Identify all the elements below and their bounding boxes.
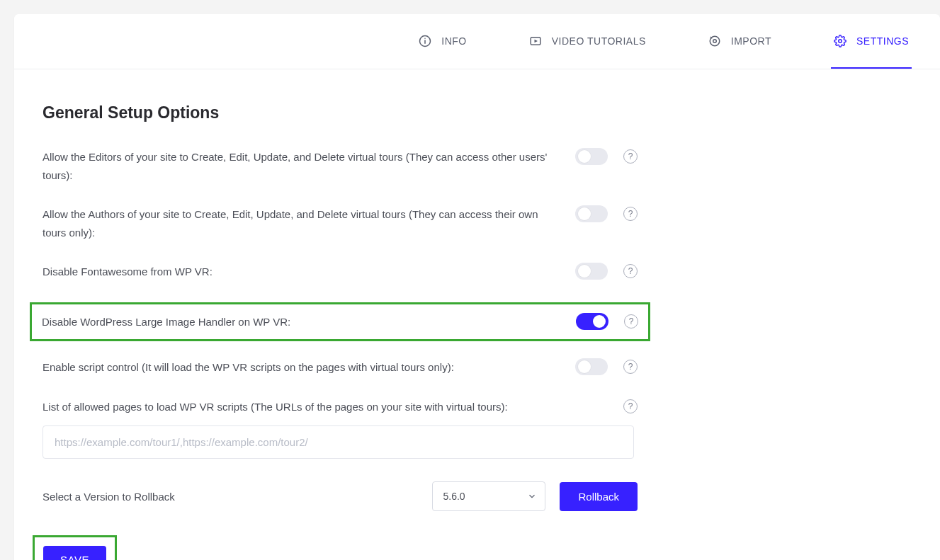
tab-label: SETTINGS <box>856 35 909 47</box>
toggle-fontawesome[interactable] <box>575 263 608 280</box>
video-icon <box>529 35 542 47</box>
svg-point-2 <box>425 38 426 39</box>
allowed-pages-section: List of allowed pages to load WP VR scri… <box>43 398 638 459</box>
tab-import[interactable]: IMPORT <box>706 14 774 69</box>
option-authors-label: Allow the Authors of your site to Create… <box>43 205 560 241</box>
tab-info[interactable]: INFO <box>416 14 469 69</box>
help-icon[interactable]: ? <box>623 264 638 278</box>
toggle-largeimg[interactable] <box>576 313 608 330</box>
rollback-row: Select a Version to Rollback 5.6.0 Rollb… <box>43 481 638 511</box>
import-icon <box>708 35 721 47</box>
tab-bar: INFO VIDEO TUTORIALS IMPORT <box>14 14 940 69</box>
svg-marker-4 <box>534 39 538 42</box>
rollback-button[interactable]: Rollback <box>560 482 638 511</box>
allowed-pages-label: List of allowed pages to load WP VR scri… <box>43 398 608 416</box>
gear-icon <box>834 35 846 47</box>
option-scriptctrl-label: Enable script control (It will load the … <box>43 358 560 377</box>
settings-content: General Setup Options Allow the Editors … <box>14 69 666 560</box>
option-editors-label: Allow the Editors of your site to Create… <box>43 148 560 184</box>
option-editors-row: Allow the Editors of your site to Create… <box>43 148 638 184</box>
option-largeimg-label: Disable WordPress Large Image Handler on… <box>42 313 560 331</box>
tab-label: INFO <box>441 35 466 47</box>
help-icon[interactable]: ? <box>623 399 638 413</box>
help-icon[interactable]: ? <box>623 360 638 374</box>
version-select[interactable]: 5.6.0 <box>432 481 545 511</box>
toggle-authors[interactable] <box>575 205 608 222</box>
settings-panel: INFO VIDEO TUTORIALS IMPORT <box>14 14 940 560</box>
tab-label: IMPORT <box>731 35 771 47</box>
option-fontawesome-label: Disable Fontawesome from WP VR: <box>43 263 560 281</box>
option-scriptctrl-row: Enable script control (It will load the … <box>43 358 638 377</box>
allowed-pages-input[interactable] <box>43 425 634 459</box>
help-icon[interactable]: ? <box>623 149 638 164</box>
save-button[interactable]: SAVE <box>43 546 106 560</box>
option-authors-row: Allow the Authors of your site to Create… <box>43 205 638 241</box>
toggle-scriptctrl[interactable] <box>575 358 608 375</box>
svg-point-6 <box>713 39 717 42</box>
page-title: General Setup Options <box>43 103 638 122</box>
version-select-wrap: 5.6.0 <box>432 481 545 511</box>
option-largeimg-row: Disable WordPress Large Image Handler on… <box>30 302 650 342</box>
option-fontawesome-row: Disable Fontawesome from WP VR: ? <box>43 263 638 281</box>
info-icon <box>419 35 431 47</box>
help-icon[interactable]: ? <box>623 207 638 221</box>
tab-settings[interactable]: SETTINGS <box>831 14 912 69</box>
tab-label: VIDEO TUTORIALS <box>552 35 646 47</box>
tab-video-tutorials[interactable]: VIDEO TUTORIALS <box>526 14 649 69</box>
help-icon[interactable]: ? <box>624 314 638 328</box>
save-highlight: SAVE <box>33 535 117 560</box>
rollback-label: Select a Version to Rollback <box>43 491 175 503</box>
toggle-editors[interactable] <box>575 148 608 165</box>
svg-point-7 <box>839 39 842 42</box>
